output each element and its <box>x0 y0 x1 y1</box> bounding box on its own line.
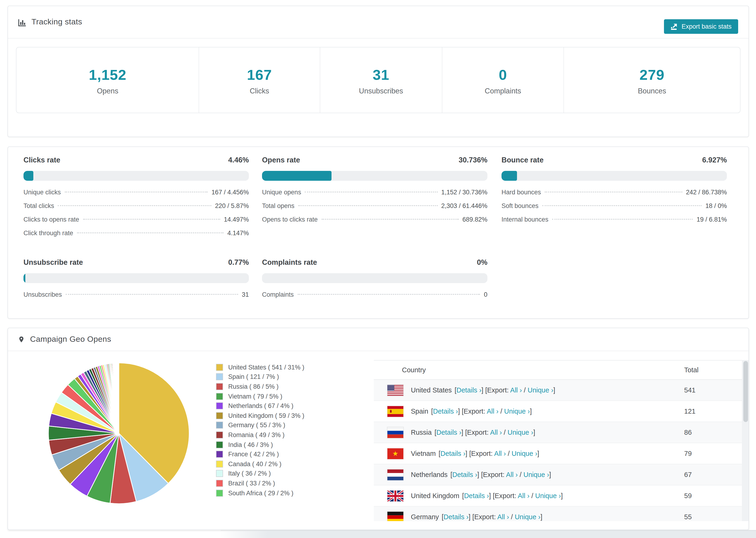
unsubscribe-rate-progressbar <box>24 273 249 283</box>
panel-percent: 30.736% <box>459 156 487 164</box>
rate-row: Internal bounces19 / 6.81% <box>502 216 727 230</box>
export-icon <box>671 23 678 30</box>
legend-label: United Kingdom ( 59 / 3% ) <box>228 412 304 419</box>
legend-item: Germany ( 55 / 3% ) <box>216 420 304 430</box>
stat-label: Complaints <box>442 87 564 95</box>
country-total: 67 <box>684 471 692 478</box>
legend-swatch <box>216 480 223 487</box>
export-basic-stats-button[interactable]: Export basic stats <box>664 19 738 34</box>
country-links: [Details ›] [Export: All › / Unique ›] <box>450 471 551 478</box>
geo-legend: United States ( 541 / 31% )Spain ( 121 /… <box>216 362 304 498</box>
export-all-link[interactable]: All › <box>494 450 506 457</box>
panel-percent: 0% <box>477 258 487 267</box>
legend-swatch <box>216 460 223 467</box>
pie-slice <box>119 363 119 433</box>
export-unique-link[interactable]: Unique › <box>535 492 561 500</box>
rate-row: Total opens2,303 / 61.446% <box>262 202 487 216</box>
stat-clicks: 167 Clicks <box>199 47 320 113</box>
legend-label: France ( 42 / 2% ) <box>228 451 279 458</box>
export-all-link[interactable]: All › <box>490 429 502 436</box>
map-pin-icon <box>18 335 25 344</box>
flag-nl-icon <box>387 469 404 480</box>
country-total: 121 <box>684 407 695 415</box>
stat-value: 31 <box>320 67 442 83</box>
complaints-rate-panel: Complaints rate 0% Complaints0 <box>262 258 487 305</box>
stat-complaints: 0 Complaints <box>442 47 564 113</box>
bounce-rate-panel: Bounce rate 6.927% Hard bounces242 / 86.… <box>502 156 727 230</box>
rate-row: Clicks to opens rate14.497% <box>24 216 249 230</box>
rate-row: Total clicks220 / 5.87% <box>24 202 249 216</box>
export-unique-link[interactable]: Unique › <box>527 386 553 394</box>
legend-swatch <box>216 489 223 497</box>
export-unique-link[interactable]: Unique › <box>512 450 537 457</box>
details-link[interactable]: Details › <box>436 429 461 436</box>
country-name: Russia <box>411 429 432 436</box>
legend-label: Netherlands ( 67 / 4% ) <box>228 402 294 409</box>
legend-item: Brazil ( 33 / 2% ) <box>216 478 304 488</box>
rate-row: Unsubscribes31 <box>24 291 249 305</box>
country-total: 55 <box>684 513 692 521</box>
geo-table-scrollbar[interactable] <box>742 360 749 521</box>
unsubscribe-rate-panel: Unsubscribe rate 0.77% Unsubscribes31 <box>24 258 249 305</box>
legend-swatch <box>216 431 223 439</box>
export-unique-link[interactable]: Unique › <box>508 429 533 436</box>
export-all-link[interactable]: All › <box>518 492 529 500</box>
legend-item: Vietnam ( 79 / 5% ) <box>216 392 304 401</box>
details-link[interactable]: Details › <box>444 513 468 521</box>
bounce-rate-progressbar <box>502 171 727 181</box>
geo-table-row: United States[Details ›] [Export: All › … <box>374 380 742 401</box>
export-unique-link[interactable]: Unique › <box>523 471 549 478</box>
country-links: [Details ›] [Export: All › / Unique ›] <box>442 513 542 521</box>
geo-table-row: United Kingdom[Details ›] [Export: All ›… <box>374 485 742 507</box>
export-all-link[interactable]: All › <box>510 386 522 394</box>
dashboard: Tracking stats Export basic stats 1,152 … <box>0 0 756 538</box>
flag-es-icon <box>387 406 404 417</box>
stat-bounces: 279 Bounces <box>564 47 740 113</box>
export-unique-link[interactable]: Unique › <box>504 407 530 415</box>
column-header-total: Total <box>684 366 698 374</box>
flag-vn-icon <box>387 448 404 459</box>
legend-swatch <box>216 402 223 409</box>
legend-swatch <box>216 383 223 390</box>
rate-row: Click through rate4.147% <box>24 230 249 243</box>
country-name: United States <box>411 386 452 394</box>
campaign-geo-opens-card: Campaign Geo Opens United States ( 541 /… <box>8 328 749 530</box>
flag-de-icon <box>387 511 404 521</box>
details-link[interactable]: Details › <box>433 407 458 415</box>
stat-value: 1,152 <box>17 67 199 83</box>
country-links: [Details ›] [Export: All › / Unique ›] <box>431 407 532 415</box>
stat-label: Clicks <box>199 87 320 95</box>
details-link[interactable]: Details › <box>457 386 481 394</box>
clicks-rate-panel: Clicks rate 4.46% Unique clicks167 / 4.4… <box>24 156 249 243</box>
country-name: Netherlands <box>411 471 448 478</box>
geo-title: Campaign Geo Opens <box>30 335 111 344</box>
country-name: Vietnam <box>411 450 436 457</box>
panel-percent: 6.927% <box>702 156 727 164</box>
legend-label: Germany ( 55 / 3% ) <box>228 422 285 429</box>
stat-opens: 1,152 Opens <box>17 47 199 113</box>
details-link[interactable]: Details › <box>464 492 489 500</box>
geo-table: Country Total United States[Details ›] [… <box>374 360 742 521</box>
export-unique-link[interactable]: Unique › <box>514 513 540 521</box>
legend-swatch <box>216 422 223 429</box>
legend-item: France ( 42 / 2% ) <box>216 450 304 459</box>
rate-row: Soft bounces18 / 0% <box>502 202 727 216</box>
complaints-rate-progressbar <box>262 273 487 283</box>
legend-swatch <box>216 412 223 419</box>
export-all-link[interactable]: All › <box>487 407 499 415</box>
legend-item: South Africa ( 29 / 2% ) <box>216 488 304 498</box>
geo-table-row: Russia[Details ›] [Export: All › / Uniqu… <box>374 422 742 443</box>
flag-us-icon <box>387 385 404 396</box>
country-links: [Details ›] [Export: All › / Unique ›] <box>439 450 539 457</box>
export-all-link[interactable]: All › <box>506 471 518 478</box>
legend-item: United States ( 541 / 31% ) <box>216 362 304 372</box>
panel-title: Bounce rate <box>502 156 544 164</box>
stats-summary-box: 1,152 Opens 167 Clicks 31 Unsubscribes 0… <box>16 47 740 113</box>
opens-rate-progressbar <box>262 171 487 181</box>
rate-row: Complaints0 <box>262 291 487 305</box>
details-link[interactable]: Details › <box>452 471 477 478</box>
details-link[interactable]: Details › <box>441 450 465 457</box>
scrollbar-thumb[interactable] <box>743 361 748 422</box>
rate-row: Unique opens1,152 / 30.736% <box>262 189 487 202</box>
export-all-link[interactable]: All › <box>497 513 509 521</box>
